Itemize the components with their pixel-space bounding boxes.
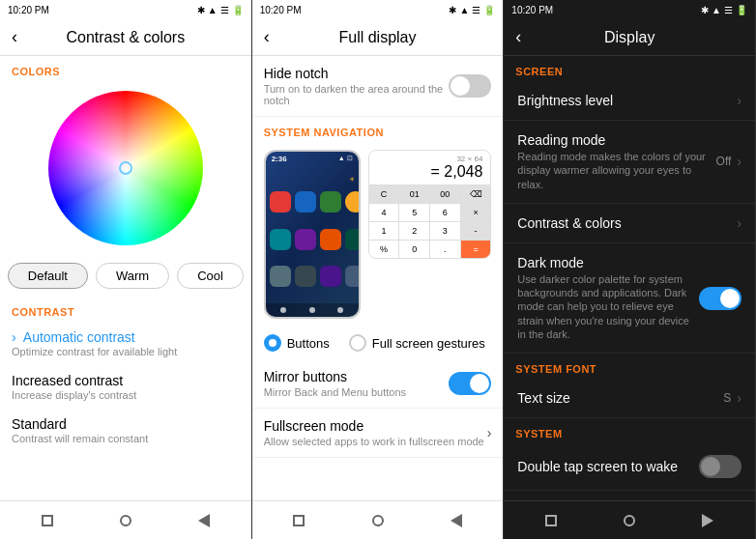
calc-btn-eq: =	[461, 241, 491, 258]
phone-status-icons: ▲ ⊡	[338, 155, 353, 163]
app-icon-1	[270, 191, 291, 213]
bottom-nav-p1	[0, 500, 251, 539]
nav-back-p2[interactable]	[447, 511, 466, 530]
gestures-option[interactable]: Full screen gestures	[349, 334, 485, 352]
page-title-p2: Full display	[287, 29, 469, 46]
reading-mode-title: Reading mode	[517, 132, 715, 148]
color-wheel[interactable]	[48, 91, 203, 245]
contrast-standard[interactable]: Standard Contrast will remain constant	[0, 409, 251, 452]
dark-mode-toggle-knob	[720, 289, 740, 308]
wifi-icon-p2: ▲	[459, 5, 469, 15]
nav-back-p3[interactable]	[698, 511, 717, 530]
app-icon-11	[320, 266, 341, 287]
nav-square-p1[interactable]	[38, 511, 57, 530]
dark-mode-content: Dark mode Use darker color palette for s…	[517, 255, 699, 341]
panel-contrast-colors: 10:20 PM ✱ ▲ ☰ 🔋 ‹ Contrast & colors COL…	[0, 0, 252, 539]
text-size-row[interactable]: Text size S ›	[504, 379, 755, 418]
header-p2: ‹ Full display	[252, 19, 504, 56]
contrast-standard-sub: Contrast will remain constant	[12, 433, 240, 444]
app-icon-7	[320, 229, 341, 250]
calc-btn-5: 2	[399, 222, 429, 240]
panel-full-display: 10:20 PM ✱ ▲ ☰ 🔋 ‹ Full display Hide not…	[252, 0, 505, 539]
bottom-nav-p3	[504, 500, 755, 539]
nav-square-p2[interactable]	[289, 511, 308, 530]
temp-default-button[interactable]: Default	[8, 263, 88, 289]
bluetooth-icon: ✱	[197, 5, 205, 15]
contrast-automatic[interactable]: › Automatic contrast Optimize contrast f…	[0, 322, 251, 365]
signal-icon: ☰	[220, 5, 229, 15]
section-colors-label: COLORS	[0, 56, 251, 81]
calc-btn-4: 1	[369, 222, 399, 240]
nav-square-p3[interactable]	[541, 511, 561, 530]
page-title-p3: Display	[538, 29, 720, 46]
battery-icon: 🔋	[232, 5, 244, 15]
brightness-row[interactable]: Brightness level ›	[504, 81, 755, 121]
section-font-label: SYSTEM FONT	[504, 354, 755, 379]
toggle-knob	[451, 76, 470, 96]
calc-expression: 32 × 64	[377, 155, 483, 163]
calc-btn-6: 3	[430, 222, 460, 240]
app-icon-3	[320, 191, 341, 213]
calc-btn-sub: ×	[461, 204, 491, 221]
auto-rotate-row: Auto-rotate screen	[504, 491, 755, 500]
status-time-p2: 10:20 PM	[260, 5, 302, 15]
temp-warm-button[interactable]: Warm	[96, 263, 169, 289]
nav-radio-row: Buttons Full screen gestures	[252, 326, 504, 359]
battery-icon-p3: 🔋	[736, 5, 747, 15]
status-icons-p2: ✱ ▲ ☰ 🔋	[449, 5, 495, 15]
dark-mode-title: Dark mode	[517, 255, 699, 270]
contrast-standard-title: Standard	[12, 416, 240, 432]
wifi-icon-p3: ▲	[712, 5, 721, 15]
back-button-p1[interactable]: ‹	[12, 27, 35, 47]
gestures-radio[interactable]	[349, 334, 366, 352]
contrast-increased-sub: Increase display's contrast	[12, 389, 240, 401]
color-wheel-cursor	[119, 161, 132, 175]
app-icon-5	[270, 229, 291, 250]
calc-display: 32 × 64 = 2,048	[369, 151, 491, 185]
back-button-p2[interactable]: ‹	[264, 27, 287, 47]
temp-buttons-group: Default Warm Cool	[0, 255, 251, 297]
nav-home-p1[interactable]	[116, 511, 135, 530]
mirror-buttons-toggle[interactable]	[449, 372, 491, 395]
temp-cool-button[interactable]: Cool	[177, 263, 244, 289]
fullscreen-mode-row[interactable]: Fullscreen mode Allow selected apps to w…	[252, 409, 504, 458]
status-time-p3: 10:20 PM	[511, 5, 553, 15]
contrast-colors-row[interactable]: Contrast & colors ›	[504, 204, 755, 243]
dark-mode-toggle[interactable]	[699, 287, 741, 310]
double-tap-toggle[interactable]	[699, 455, 741, 478]
calc-btn-back: ⌫	[461, 185, 491, 203]
phone-nav-1	[280, 307, 286, 313]
brightness-content: Brightness level	[517, 93, 737, 108]
header-p3: ‹ Display	[504, 19, 755, 56]
contrast-increased[interactable]: Increased contrast Increase display's co…	[0, 365, 251, 409]
status-bar-p2: 10:20 PM ✱ ▲ ☰ 🔋	[252, 0, 504, 19]
status-bar-p3: 10:20 PM ✱ ▲ ☰ 🔋	[504, 0, 755, 19]
section-nav-label: SYSTEM NAVIGATION	[252, 117, 504, 142]
dark-mode-sub: Use darker color palette for system back…	[517, 272, 699, 341]
section-contrast-label: CONTRAST	[0, 297, 251, 322]
reading-mode-row: Reading mode Reading mode makes the colo…	[504, 121, 755, 204]
mirror-buttons-title: Mirror buttons	[264, 369, 450, 384]
color-wheel-container[interactable]	[0, 81, 251, 255]
nav-home-p3[interactable]	[620, 511, 639, 530]
hide-notch-toggle[interactable]	[449, 74, 491, 98]
nav-home-p2[interactable]	[368, 511, 388, 530]
nav-back-p1[interactable]	[194, 511, 214, 530]
buttons-option[interactable]: Buttons	[264, 334, 330, 352]
text-size-chevron: ›	[737, 390, 741, 406]
contrast-increased-title: Increased contrast	[12, 373, 240, 388]
double-tap-title: Double tap screen to wake	[517, 459, 699, 474]
section-system-label: SYSTEM	[504, 418, 755, 443]
header-p1: ‹ Contrast & colors	[0, 19, 251, 56]
calc-btn-div: 01	[399, 185, 429, 203]
brightness-title: Brightness level	[517, 93, 737, 108]
calc-btn-9: 6	[430, 204, 460, 221]
phone-app-grid	[266, 187, 359, 303]
buttons-radio[interactable]	[264, 334, 281, 352]
contrast-colors-content: Contrast & colors	[517, 215, 737, 231]
app-icon-9	[270, 266, 291, 287]
back-button-p3[interactable]: ‹	[515, 27, 538, 47]
calc-btn-add: -	[461, 222, 491, 240]
wifi-icon: ▲	[208, 5, 218, 15]
fullscreen-chevron: ›	[487, 425, 492, 440]
